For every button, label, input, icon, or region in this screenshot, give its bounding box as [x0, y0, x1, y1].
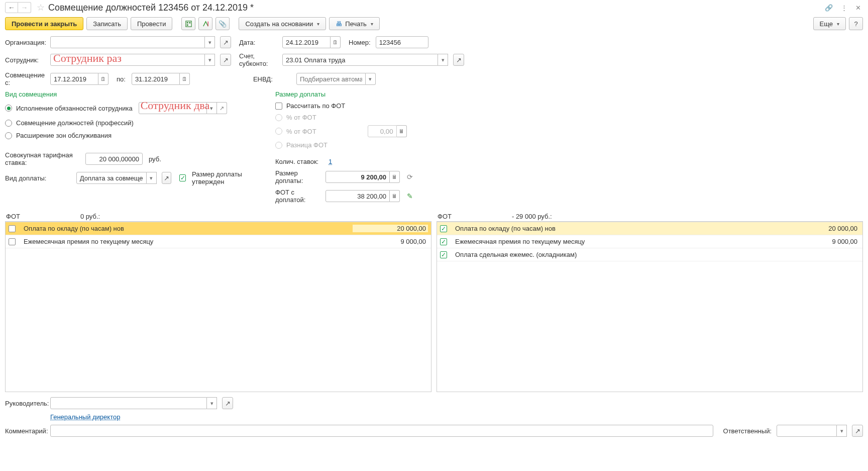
save-button[interactable]: Записать: [86, 17, 128, 30]
fot-with-input[interactable]: [325, 190, 390, 202]
account-input[interactable]: [282, 54, 438, 66]
date-to-calendar-icon[interactable]: 🗓: [180, 73, 190, 85]
dopl-kind-label: Вид доплаты:: [5, 174, 73, 182]
account-open-icon[interactable]: ↗: [453, 54, 464, 66]
help-button[interactable]: ?: [849, 17, 863, 30]
fot-right-table[interactable]: Оплата по окладу (по часам) нов20 000,00…: [437, 221, 863, 392]
dopl-kind-open-icon[interactable]: ↗: [162, 172, 172, 184]
more-menu[interactable]: Еще: [813, 17, 846, 30]
radio-zones[interactable]: [5, 132, 12, 139]
row-checkbox[interactable]: [440, 225, 447, 232]
rate-suffix: руб.: [149, 155, 161, 163]
rate-input[interactable]: [85, 153, 143, 165]
radio-duty-exec[interactable]: [5, 105, 12, 112]
row-checkbox[interactable]: [9, 238, 16, 245]
date-from-input[interactable]: [50, 73, 98, 85]
fot-right-value: - 29 000 руб.:: [512, 213, 552, 220]
post-label: Провести: [137, 20, 166, 28]
manager-dropdown-icon[interactable]: ▾: [207, 397, 217, 409]
close-window-icon[interactable]: ✕: [853, 3, 863, 13]
fot-left-table[interactable]: Оплата по окладу (по часам) нов20 000,00…: [5, 221, 431, 392]
employee-dropdown-icon[interactable]: ▾: [205, 54, 215, 66]
responsible-input[interactable]: [777, 425, 837, 437]
date-calendar-icon[interactable]: 🗓: [331, 36, 341, 48]
radio-pct-fot-2: [275, 128, 282, 135]
radio-positions-label: Совмещение должностей (профессий): [16, 119, 134, 127]
radio-positions[interactable]: [5, 120, 12, 127]
responsible-dropdown-icon[interactable]: ▾: [837, 425, 847, 437]
nav-back-button[interactable]: ←: [5, 2, 18, 13]
count-value[interactable]: 1: [329, 158, 332, 165]
nav-forward-button[interactable]: →: [18, 2, 31, 13]
envd-input: [296, 73, 366, 85]
dopl-size-label: Размер доплаты:: [275, 169, 322, 184]
kebab-menu-icon[interactable]: ⋮: [839, 3, 849, 13]
dk-icon[interactable]: [198, 17, 212, 30]
radio-zones-label: Расширение зон обслуживания: [16, 132, 112, 139]
calc-by-fot-check[interactable]: [275, 103, 282, 110]
table-row[interactable]: Оплата по окладу (по часам) нов20 000,00: [437, 222, 862, 235]
radio-diff-fot: [275, 142, 282, 149]
table-row[interactable]: Ежемесячная премия по текущему месяцу9 0…: [6, 235, 431, 248]
account-dropdown-icon[interactable]: ▾: [438, 54, 448, 66]
dopl-size-calc-icon[interactable]: 🖩: [390, 171, 400, 183]
table-row[interactable]: Оплата сдельная ежемес. (окладникам): [437, 248, 862, 261]
employee-label: Сотрудник:: [5, 56, 47, 64]
rate-label: Совокупная тарифная ставка:: [5, 151, 82, 166]
dopl-approved-label: Размер доплаты утвержден: [192, 170, 266, 185]
row-checkbox[interactable]: [440, 238, 447, 245]
org-open-icon[interactable]: ↗: [220, 36, 231, 48]
row-value: 9 000,00: [784, 238, 859, 245]
org-dropdown-icon[interactable]: ▾: [205, 36, 215, 48]
row-name: Ежемесячная премия по текущему месяцу: [455, 238, 585, 245]
create-based-label: Создать на основании: [245, 20, 313, 28]
deputy-open-icon[interactable]: ↗: [217, 102, 227, 114]
account-label: Счет, субконто:: [239, 52, 279, 67]
date-from-calendar-icon[interactable]: 🗓: [98, 73, 108, 85]
employee-open-icon[interactable]: ↗: [220, 54, 231, 66]
org-input[interactable]: [50, 36, 205, 48]
row-checkbox[interactable]: [440, 251, 447, 258]
table-row[interactable]: Оплата по окладу (по часам) нов20 000,00: [6, 222, 431, 235]
employee-input[interactable]: [50, 54, 205, 66]
fot-with-calc-icon[interactable]: 🖩: [390, 190, 400, 202]
dopl-approved-check[interactable]: [179, 174, 186, 181]
date-to-input[interactable]: [132, 73, 180, 85]
link-icon[interactable]: 🔗: [823, 3, 835, 13]
comment-input[interactable]: [50, 425, 713, 437]
attach-icon[interactable]: 📎: [215, 17, 230, 30]
fot-left-label: ФОТ: [6, 213, 20, 220]
number-input[interactable]: [376, 36, 428, 48]
row-checkbox[interactable]: [9, 225, 16, 232]
dopl-refresh-icon[interactable]: ⟳: [407, 173, 413, 181]
dopl-kind-dropdown-icon[interactable]: ▾: [147, 172, 157, 184]
fot-with-edit-icon[interactable]: ✎: [407, 192, 413, 200]
radio-pct-fot-1-label: % от ФОТ: [286, 114, 316, 121]
post-and-close-button[interactable]: Провести и закрыть: [5, 17, 83, 30]
print-menu[interactable]: 🖶 Печать: [329, 17, 380, 30]
deputy-dropdown-icon[interactable]: ▾: [207, 102, 217, 114]
manager-open-icon[interactable]: ↗: [222, 397, 233, 409]
manager-position-link[interactable]: Генеральный директор: [50, 413, 120, 421]
date-input[interactable]: [282, 36, 331, 48]
responsible-open-icon[interactable]: ↗: [852, 425, 863, 437]
table-row[interactable]: Ежемесячная премия по текущему месяцу9 0…: [437, 235, 862, 248]
manager-label: Руководитель:: [5, 400, 47, 407]
fot-right-label: ФОТ: [438, 213, 452, 220]
more-label: Еще: [820, 20, 833, 28]
dopl-kind-input[interactable]: [76, 172, 147, 184]
manager-input[interactable]: [50, 397, 207, 409]
post-button[interactable]: Провести: [131, 17, 173, 30]
pct-fot-calc-icon: 🖩: [397, 125, 407, 137]
posting-result-icon[interactable]: [181, 17, 195, 30]
save-label: Записать: [93, 20, 121, 28]
row-name: Оплата сдельная ежемес. (окладникам): [455, 251, 577, 258]
dopl-size-input[interactable]: [325, 171, 390, 183]
radio-duty-exec-label: Исполнение обязанностей сотрудника: [16, 105, 133, 112]
envd-dropdown-icon[interactable]: ▾: [366, 73, 376, 85]
combine-from-label: Совмещение с:: [5, 71, 47, 86]
create-based-on-menu[interactable]: Создать на основании: [239, 17, 326, 30]
favorite-star-icon[interactable]: ☆: [35, 2, 46, 13]
print-label: Печать: [345, 20, 367, 28]
deputy-employee-input[interactable]: [139, 102, 207, 114]
